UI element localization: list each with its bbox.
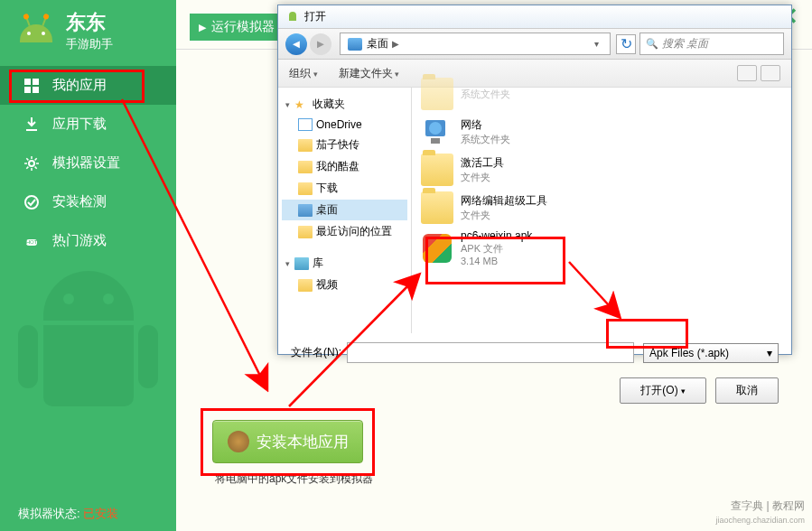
status-label: 模拟器状态: bbox=[18, 507, 80, 520]
back-button[interactable]: ◄ bbox=[285, 33, 307, 55]
sidebar-item-download[interactable]: 应用下载 bbox=[0, 105, 176, 144]
status-value: 已安装 bbox=[83, 507, 118, 520]
folder-icon bbox=[421, 191, 453, 224]
watermark: 查字典 | 教程网 jiaocheng.chazidian.com bbox=[715, 499, 805, 527]
svg-rect-3 bbox=[33, 87, 39, 93]
android-icon bbox=[285, 10, 300, 24]
file-item-folder[interactable]: 激活工具 文件夹 bbox=[419, 151, 784, 189]
search-input[interactable]: 搜索 桌面 bbox=[639, 33, 784, 55]
tree-item[interactable]: OneDrive bbox=[282, 116, 407, 134]
file-list: 系统文件夹 网络 系统文件夹 激活工具 文件夹 网络编辑超级工具 bbox=[412, 88, 791, 333]
folder-icon bbox=[421, 78, 453, 110]
install-local-app-button[interactable]: 安装本地应用 bbox=[212, 420, 363, 463]
dialog-titlebar: 打开 bbox=[278, 5, 791, 29]
tree-item[interactable]: 视频 bbox=[282, 275, 407, 295]
svg-rect-4 bbox=[26, 129, 37, 131]
tree-item[interactable]: 茄子快传 bbox=[282, 135, 407, 155]
newfolder-menu[interactable]: 新建文件夹 bbox=[339, 66, 400, 81]
dialog-footer: 文件名(N): Apk Files (*.apk) ▾ bbox=[278, 333, 791, 372]
android-decoration-icon bbox=[18, 271, 158, 452]
folder-icon bbox=[298, 161, 313, 173]
desktop-icon bbox=[298, 204, 313, 217]
svg-rect-0 bbox=[24, 79, 31, 85]
check-circle-icon bbox=[23, 194, 40, 210]
file-item-folder[interactable]: 网络编辑超级工具 文件夹 bbox=[419, 189, 784, 227]
file-item-partial[interactable]: 系统文件夹 bbox=[419, 75, 784, 113]
refresh-button[interactable]: ↻ bbox=[616, 34, 636, 54]
tree-item[interactable]: 最近访问的位置 bbox=[282, 221, 407, 242]
logo: 东东 手游助手 bbox=[0, 0, 176, 66]
svg-rect-2 bbox=[24, 87, 31, 93]
folder-tree: ▾ ★ 收藏夹 OneDrive 茄子快传 我的酷盘 下载 桌面 最近访问的位置… bbox=[278, 88, 412, 333]
hot-icon: HOT bbox=[23, 233, 40, 249]
tree-item[interactable]: 下载 bbox=[282, 178, 407, 199]
tree-favorites[interactable]: ▾ ★ 收藏夹 bbox=[282, 94, 407, 115]
download-icon bbox=[23, 116, 40, 133]
app-title: 东东 bbox=[66, 9, 113, 36]
network-icon bbox=[421, 116, 453, 148]
svg-point-5 bbox=[29, 161, 34, 166]
run-emulator-button[interactable]: 运行模拟器 bbox=[190, 14, 288, 41]
file-item-apk[interactable]: pc6-weixin.apk APK 文件 3.14 MB bbox=[419, 227, 784, 269]
breadcrumb[interactable]: 桌面 ▶ ▾ bbox=[340, 33, 611, 55]
svg-rect-11 bbox=[431, 138, 440, 144]
chevron-right-icon: ▶ bbox=[392, 39, 399, 49]
svg-point-10 bbox=[429, 122, 442, 135]
gear-icon bbox=[23, 155, 40, 172]
apk-icon bbox=[421, 232, 453, 265]
sidebar-item-hot[interactable]: HOT 热门游戏 bbox=[0, 221, 176, 260]
svg-point-6 bbox=[25, 196, 38, 209]
desktop-icon bbox=[348, 38, 362, 51]
tree-item-desktop[interactable]: 桌面 bbox=[282, 200, 407, 220]
app-subtitle: 手游助手 bbox=[66, 36, 113, 52]
install-description: 将电脑中的apk文件安装到模拟器 bbox=[215, 471, 373, 487]
tree-libraries[interactable]: ▾ 库 bbox=[282, 253, 407, 274]
folder-icon bbox=[421, 154, 453, 186]
filter-select[interactable]: Apk Files (*.apk) ▾ bbox=[643, 343, 779, 363]
chevron-down-icon: ▾ bbox=[767, 347, 772, 359]
sidebar-label: 应用下载 bbox=[52, 116, 107, 133]
folder-icon bbox=[298, 182, 313, 195]
sidebar-label: 热门游戏 bbox=[52, 232, 107, 249]
forward-button[interactable]: ► bbox=[310, 33, 331, 55]
svg-rect-1 bbox=[33, 79, 39, 85]
onedrive-icon bbox=[298, 118, 313, 131]
recent-icon bbox=[298, 226, 313, 238]
android-logo-icon bbox=[16, 11, 57, 51]
sidebar-item-check[interactable]: 安装检测 bbox=[0, 182, 176, 221]
dialog-nav: ◄ ► 桌面 ▶ ▾ ↻ 搜索 桌面 bbox=[278, 29, 791, 60]
folder-icon bbox=[298, 139, 313, 152]
grid-icon bbox=[23, 78, 40, 94]
organize-menu[interactable]: 组织 bbox=[289, 66, 318, 81]
chevron-down-icon[interactable]: ▾ bbox=[594, 39, 599, 49]
filename-label: 文件名(N): bbox=[291, 345, 341, 360]
tree-item[interactable]: 我的酷盘 bbox=[282, 156, 407, 177]
collapse-icon[interactable]: ▾ bbox=[285, 259, 294, 268]
sidebar-label: 安装检测 bbox=[52, 193, 107, 210]
cancel-button[interactable]: 取消 bbox=[715, 377, 779, 404]
sidebar-label: 模拟器设置 bbox=[52, 154, 120, 172]
filename-input[interactable] bbox=[347, 342, 634, 363]
library-icon bbox=[294, 257, 309, 270]
star-icon: ★ bbox=[294, 98, 309, 111]
collapse-icon[interactable]: ▾ bbox=[285, 100, 294, 109]
file-item-network[interactable]: 网络 系统文件夹 bbox=[419, 113, 784, 151]
video-icon bbox=[298, 279, 313, 292]
sidebar-item-myapps[interactable]: 我的应用 bbox=[0, 66, 176, 105]
file-open-dialog: 打开 ◄ ► 桌面 ▶ ▾ ↻ 搜索 桌面 组织 新建文件夹 ▾ ★ 收藏夹 bbox=[277, 5, 792, 355]
dialog-title: 打开 bbox=[304, 9, 326, 24]
sidebar-label: 我的应用 bbox=[52, 77, 107, 94]
sidebar: 东东 手游助手 我的应用 应用下载 模拟器设置 安装检测 HOT 热门游戏 bbox=[0, 0, 176, 531]
sidebar-item-settings[interactable]: 模拟器设置 bbox=[0, 144, 176, 182]
open-button[interactable]: 打开(O) ▾ bbox=[620, 377, 706, 404]
svg-text:HOT: HOT bbox=[26, 239, 38, 245]
status-bar: 模拟器状态: 已安装 bbox=[0, 497, 176, 531]
